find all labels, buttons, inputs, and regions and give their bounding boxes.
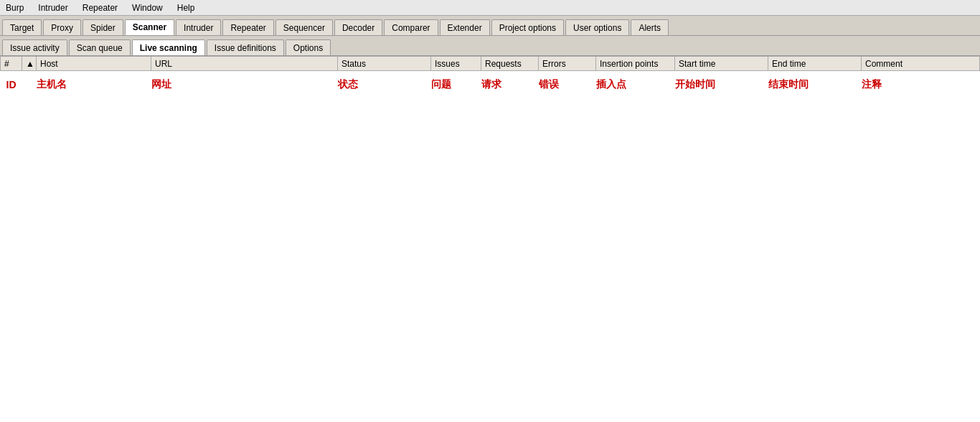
tab-target[interactable]: Target <box>2 19 42 35</box>
col-header-comment[interactable]: Comment <box>862 57 980 71</box>
annotation-requests: 请求 <box>481 71 539 99</box>
col-header-end[interactable]: End time <box>768 57 862 71</box>
annotation-errors: 错误 <box>539 71 596 99</box>
annotation-start: 开始时间 <box>675 71 768 99</box>
menu-window[interactable]: Window <box>129 3 166 13</box>
tab-live-scanning[interactable]: Live scanning <box>132 39 205 55</box>
col-header-status[interactable]: Status <box>338 57 431 71</box>
col-header-url[interactable]: URL <box>151 57 338 71</box>
main-tabbar: Target Proxy Spider Scanner Intruder Rep… <box>0 16 980 36</box>
col-header-requests[interactable]: Requests <box>481 57 539 71</box>
tab-issue-activity[interactable]: Issue activity <box>2 39 67 55</box>
col-header-insertion[interactable]: Insertion points <box>596 57 675 71</box>
menu-repeater[interactable]: Repeater <box>80 3 121 13</box>
tab-user-options[interactable]: User options <box>565 19 629 35</box>
tab-comparer[interactable]: Comparer <box>384 19 438 35</box>
tab-scanner[interactable]: Scanner <box>125 19 174 35</box>
annotation-url: 网址 <box>151 71 338 99</box>
tab-options[interactable]: Options <box>286 39 331 55</box>
menubar: Burp Intruder Repeater Window Help <box>0 0 980 16</box>
col-header-num[interactable]: # <box>1 57 22 71</box>
menu-burp[interactable]: Burp <box>3 3 27 13</box>
tab-repeater[interactable]: Repeater <box>222 19 273 35</box>
scan-table: # ▲ Host URL Status Issues Requests Erro… <box>0 56 980 98</box>
annotation-issues: 问题 <box>431 71 481 99</box>
tab-issue-definitions[interactable]: Issue definitions <box>207 39 284 55</box>
annotation-end: 结束时间 <box>768 71 862 99</box>
tab-spider[interactable]: Spider <box>83 19 123 35</box>
annotation-status: 状态 <box>338 71 431 99</box>
menu-help[interactable]: Help <box>174 3 198 13</box>
col-header-errors[interactable]: Errors <box>539 57 596 71</box>
annotation-host: 主机名 <box>37 71 151 99</box>
scan-table-container: # ▲ Host URL Status Issues Requests Erro… <box>0 56 980 422</box>
tab-intruder[interactable]: Intruder <box>176 19 221 35</box>
tab-project-options[interactable]: Project options <box>491 19 564 35</box>
tab-decoder[interactable]: Decoder <box>334 19 382 35</box>
tab-extender[interactable]: Extender <box>440 19 490 35</box>
col-header-host[interactable]: Host <box>37 57 151 71</box>
tab-sequencer[interactable]: Sequencer <box>275 19 333 35</box>
annotation-insertion: 插入点 <box>596 71 675 99</box>
tab-alerts[interactable]: Alerts <box>631 19 669 35</box>
tab-scan-queue[interactable]: Scan queue <box>69 39 131 55</box>
tab-proxy[interactable]: Proxy <box>43 19 81 35</box>
table-header-row: # ▲ Host URL Status Issues Requests Erro… <box>1 57 980 71</box>
annotation-sort <box>22 71 37 99</box>
annotation-row: ID 主机名 网址 状态 问题 请求 错误 插入点 开始时间 结束时间 注释 <box>1 71 980 99</box>
annotation-id: ID <box>1 71 22 99</box>
menu-intruder[interactable]: Intruder <box>35 3 70 13</box>
col-header-issues[interactable]: Issues <box>431 57 481 71</box>
col-header-start[interactable]: Start time <box>675 57 768 71</box>
sub-tabbar: Issue activity Scan queue Live scanning … <box>0 36 980 56</box>
col-header-sort[interactable]: ▲ <box>22 57 37 71</box>
annotation-comment: 注释 <box>862 71 980 99</box>
